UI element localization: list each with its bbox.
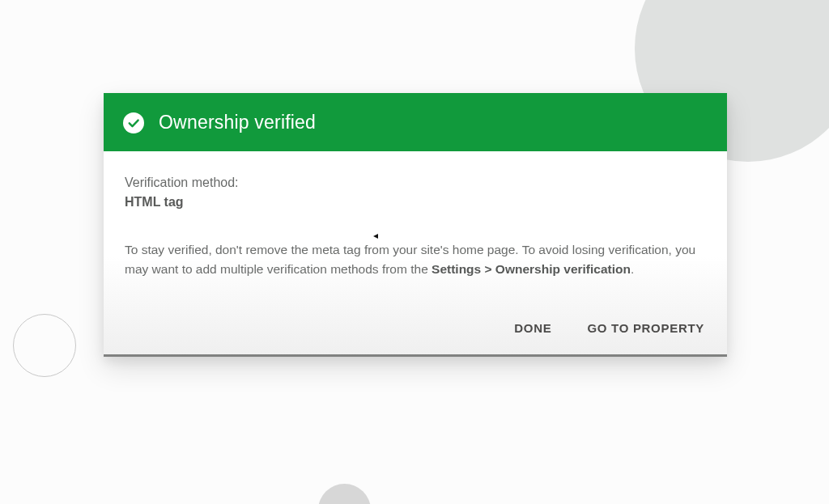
dialog-actions: DONE GO TO PROPERTY	[104, 297, 727, 354]
decorative-circle-bottom	[318, 484, 371, 504]
verification-method-value: HTML tag	[125, 195, 706, 210]
info-text-suffix: .	[631, 262, 634, 276]
verification-method-label: Verification method:	[125, 176, 706, 190]
checkmark-circle-icon	[123, 112, 144, 133]
ownership-verified-dialog: Ownership verified Verification method: …	[104, 93, 727, 357]
decorative-circle-left	[13, 314, 76, 377]
dialog-body: Verification method: HTML tag To stay ve…	[104, 151, 727, 297]
settings-path-text: Settings > Ownership verification	[432, 262, 631, 276]
dialog-header: Ownership verified	[104, 93, 727, 151]
dialog-title: Ownership verified	[159, 112, 316, 133]
verification-info-text: To stay verified, don't remove the meta …	[125, 240, 706, 279]
dialog-footer-divider	[104, 354, 727, 357]
go-to-property-button[interactable]: GO TO PROPERTY	[584, 316, 708, 340]
done-button[interactable]: DONE	[511, 316, 555, 340]
